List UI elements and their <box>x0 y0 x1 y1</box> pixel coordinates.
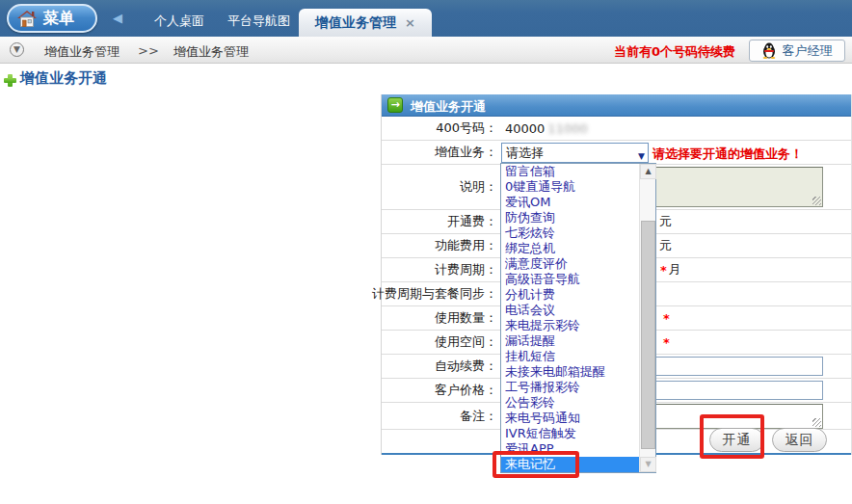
scrollbar-thumb[interactable] <box>641 221 655 449</box>
field-label-customer-price: 客户价格： <box>382 379 499 402</box>
menu-button-label: 菜单 <box>43 9 74 29</box>
annotation-box-activate-button <box>700 414 764 459</box>
breadcrumb-parent[interactable]: 增值业务管理 <box>44 43 120 61</box>
number-400-visible: 40000 <box>505 121 545 136</box>
dropdown-option-17[interactable]: IVR短信触发 <box>501 426 639 441</box>
service-select[interactable]: 请选择 ▼ <box>501 143 649 163</box>
dropdown-option-1[interactable]: 0键直通导航 <box>501 179 639 195</box>
field-label-400-number: 400号码： <box>382 117 499 140</box>
field-label-billing-cycle: 计费周期： <box>382 258 499 281</box>
customer-manager-button[interactable]: 客户经理 <box>749 40 845 62</box>
breadcrumb-separator: >> <box>138 43 159 58</box>
service-required-hint: 请选择要开通的增值业务！ <box>652 146 803 163</box>
dropdown-option-7[interactable]: 高级语音导航 <box>501 272 639 287</box>
dropdown-option-15[interactable]: 公告彩铃 <box>501 395 639 411</box>
dropdown-option-4[interactable]: 七彩炫铃 <box>501 225 639 241</box>
required-asterisk: * <box>663 306 670 330</box>
service-dropdown-list: 留言信箱0键直通导航爱讯OM防伪查询七彩炫铃绑定总机满意度评价高级语音导航分机计… <box>500 163 656 473</box>
panel-title: 增值业务开通 <box>411 98 486 116</box>
required-asterisk: * <box>663 331 670 354</box>
top-navigation-bar: 菜单 ◀ 个人桌面 平台导航图 增值业务管理 × <box>0 0 852 37</box>
field-label-cycle-sync: 计费周期与套餐同步： <box>382 282 499 305</box>
panel-header: → 增值业务开通 <box>382 94 851 117</box>
billing-cycle-unit: *月 <box>660 258 681 281</box>
unit-yuan: 元 <box>659 234 672 257</box>
field-label-usage-space: 使用空间： <box>382 331 499 354</box>
dropdown-scrollbar[interactable]: ▲ ▼ <box>639 164 655 472</box>
field-label-activation-fee: 开通费： <box>382 210 499 233</box>
field-label-service: 增值业务： <box>382 141 499 164</box>
app-window: 菜单 ◀ 个人桌面 平台导航图 增值业务管理 × ▼ 增值业务管理 >> 增值业… <box>0 0 852 504</box>
scroll-down-icon[interactable]: ▼ <box>640 457 656 472</box>
dropdown-option-11[interactable]: 漏话提醒 <box>501 333 639 349</box>
home-icon <box>17 11 37 27</box>
qq-penguin-icon <box>762 42 776 59</box>
dropdown-option-14[interactable]: 工号播报彩铃 <box>501 380 639 395</box>
number-400-redacted: 11000 <box>547 121 587 136</box>
dropdown-option-6[interactable]: 满意度评价 <box>501 256 639 272</box>
annotation-box-selected-option <box>493 451 579 478</box>
required-asterisk: * <box>660 263 667 278</box>
field-label-description: 说明： <box>382 165 499 209</box>
required-asterisk: * <box>756 146 762 160</box>
dropdown-option-2[interactable]: 爱讯OM <box>501 195 639 210</box>
form-row-400-number: 400号码： 4000011000 <box>382 117 851 141</box>
dropdown-option-5[interactable]: 绑定总机 <box>501 241 639 256</box>
breadcrumb-bar: ▼ 增值业务管理 >> 增值业务管理 当前有0个号码待续费 客户经理 <box>0 37 852 64</box>
page-title: 增值业务开通 <box>20 69 107 88</box>
close-icon[interactable]: × <box>405 15 415 30</box>
scroll-up-icon[interactable]: ▲ <box>640 164 656 179</box>
dropdown-option-10[interactable]: 来电提示彩铃 <box>501 318 639 333</box>
resize-handle-icon[interactable] <box>812 197 821 205</box>
breadcrumb-current: 增值业务管理 <box>173 43 249 61</box>
resize-handle-icon[interactable] <box>812 418 821 427</box>
arrow-right-icon: → <box>387 97 403 113</box>
field-label-remarks: 备注： <box>382 403 499 429</box>
menu-button[interactable]: 菜单 <box>7 4 97 33</box>
unit-yuan: 元 <box>659 210 672 233</box>
dropdown-option-13[interactable]: 未接来电邮箱提醒 <box>501 364 639 380</box>
tab-scroll-left-icon[interactable]: ◀ <box>113 11 122 25</box>
dropdown-option-8[interactable]: 分机计费 <box>501 287 639 303</box>
collapse-icon[interactable]: ▼ <box>10 42 24 57</box>
field-label-auto-renew: 自动续费： <box>382 355 499 378</box>
active-tab-label: 增值业务管理 <box>315 14 396 32</box>
dropdown-option-9[interactable]: 电话会议 <box>501 303 639 318</box>
customer-manager-label: 客户经理 <box>783 42 833 60</box>
field-label-function-fee: 功能费用： <box>382 234 499 257</box>
number-400-value: 4000011000 <box>505 117 588 140</box>
plus-icon <box>4 74 16 87</box>
dropdown-option-12[interactable]: 挂机短信 <box>501 349 639 364</box>
renewal-notice: 当前有0个号码待续费 <box>614 43 735 61</box>
service-select-value: 请选择 <box>506 146 544 160</box>
tab-platform-navigation[interactable]: 平台导航图 <box>227 13 290 30</box>
dropdown-option-16[interactable]: 来电号码通知 <box>501 411 639 426</box>
dropdown-option-3[interactable]: 防伪查询 <box>501 210 639 225</box>
field-label-usage-quantity: 使用数量： <box>382 306 499 330</box>
tab-value-added-service-management[interactable]: 增值业务管理 × <box>299 9 432 37</box>
form-row-service-select: 增值业务： 请选择 ▼ 请选择要开通的增值业务！ * <box>382 141 851 165</box>
dropdown-option-0[interactable]: 留言信箱 <box>501 164 639 179</box>
back-button[interactable]: 返回 <box>772 428 827 452</box>
dropdown-options: 留言信箱0键直通导航爱讯OM防伪查询七彩炫铃绑定总机满意度评价高级语音导航分机计… <box>501 164 639 472</box>
tab-personal-desktop[interactable]: 个人桌面 <box>154 13 204 30</box>
